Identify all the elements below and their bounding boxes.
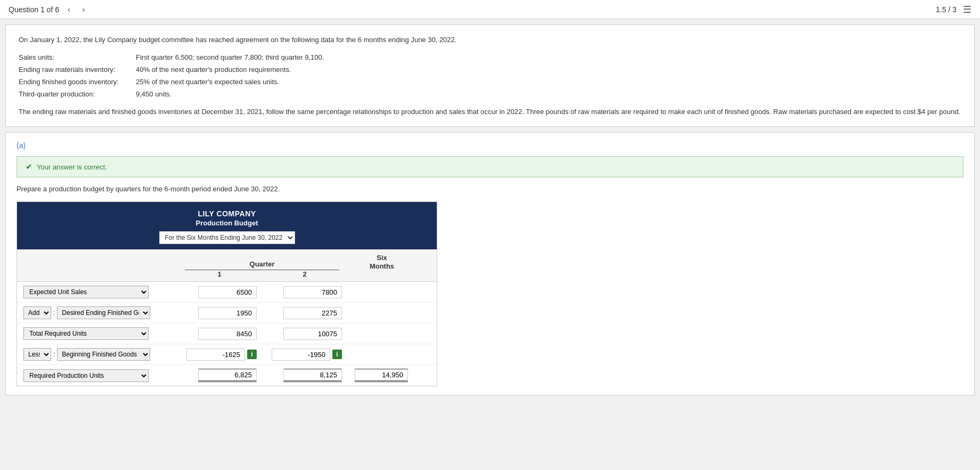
top-bar: Question 1 of 6 ‹ › 1.5 / 3 ☰ bbox=[0, 0, 980, 19]
prev-button[interactable]: ‹ bbox=[64, 4, 74, 15]
top-bar-right: 1.5 / 3 ☰ bbox=[936, 4, 971, 15]
correct-banner: ✔ Your answer is correct. bbox=[17, 156, 963, 177]
field-label: Third-quarter production: bbox=[19, 88, 136, 100]
field-value: 25% of the next quarter's expected sales… bbox=[136, 76, 332, 88]
table-row: Add : Desired Ending Finished Goods Unit… bbox=[17, 303, 437, 323]
row-label-select[interactable]: Total Required Units bbox=[23, 327, 149, 340]
col2-header: 2 bbox=[262, 270, 347, 278]
correct-message: Your answer is correct. bbox=[37, 163, 107, 171]
value-input-q1[interactable] bbox=[186, 349, 245, 361]
table-row: Total Required Units bbox=[17, 323, 437, 344]
next-button[interactable]: › bbox=[79, 4, 88, 15]
row-label-select[interactable]: Required Production Units bbox=[23, 369, 149, 382]
prefix-select[interactable]: Add bbox=[23, 306, 51, 319]
col1-header: 1 bbox=[177, 270, 262, 278]
problem-note: The ending raw materials and finished go… bbox=[19, 108, 961, 116]
score-label: 1.5 / 3 bbox=[936, 5, 957, 14]
top-bar-left: Question 1 of 6 ‹ › bbox=[9, 4, 88, 15]
value-input-q1[interactable] bbox=[198, 286, 257, 298]
six-months-top: Six bbox=[347, 254, 416, 262]
problem-box: On January 1, 2022, the Lily Company bud… bbox=[5, 25, 975, 127]
menu-icon[interactable]: ☰ bbox=[963, 4, 971, 15]
problem-table: Sales units:First quarter 6,500; second … bbox=[19, 51, 961, 100]
company-name: LILY COMPANY bbox=[22, 209, 431, 218]
info-button-q2[interactable]: i bbox=[332, 350, 342, 359]
field-value: 40% of the next quarter's production req… bbox=[136, 63, 332, 76]
prep-text: Prepare a production budget by quarters … bbox=[17, 185, 963, 193]
row-label-select[interactable]: Expected Unit Sales bbox=[23, 286, 149, 298]
part-a-box: (a) ✔ Your answer is correct. Prepare a … bbox=[5, 132, 975, 395]
problem-field-row: Sales units:First quarter 6,500; second … bbox=[19, 51, 332, 63]
field-value: First quarter 6,500; second quarter 7,80… bbox=[136, 51, 332, 63]
value-input-q1[interactable] bbox=[198, 369, 257, 382]
problem-intro: On January 1, 2022, the Lily Company bud… bbox=[19, 36, 961, 44]
part-label: (a) bbox=[17, 141, 963, 150]
value-input-q2[interactable] bbox=[272, 349, 330, 361]
problem-field-row: Third-quarter production:9,450 units. bbox=[19, 88, 332, 100]
budget-title: Production Budget bbox=[22, 219, 431, 227]
months-bottom: Months bbox=[347, 262, 416, 271]
table-row: Expected Unit Sales bbox=[17, 282, 437, 303]
field-label: Ending raw materials inventory: bbox=[19, 63, 136, 76]
budget-header: LILY COMPANY Production Budget For the S… bbox=[17, 202, 437, 249]
field-value: 9,450 units. bbox=[136, 88, 332, 100]
value-input-q2[interactable] bbox=[283, 328, 342, 340]
budget-rows: Expected Unit Sales Add : Desired Ending… bbox=[17, 282, 437, 386]
period-select-container[interactable]: For the Six Months Ending June 30, 2022 bbox=[159, 231, 295, 244]
value-input-q2[interactable] bbox=[283, 369, 342, 382]
value-input-q1[interactable] bbox=[198, 307, 257, 319]
table-row: Less : Beginning Finished Goods Units i … bbox=[17, 344, 437, 365]
check-icon: ✔ bbox=[26, 162, 32, 172]
label-select[interactable]: Beginning Finished Goods Units bbox=[57, 348, 150, 361]
period-dropdown[interactable]: For the Six Months Ending June 30, 2022 bbox=[159, 231, 295, 244]
problem-field-row: Ending finished goods inventory:25% of t… bbox=[19, 76, 332, 88]
question-label: Question 1 of 6 bbox=[9, 5, 59, 14]
value-input-q1[interactable] bbox=[198, 328, 257, 340]
value-input-q2[interactable] bbox=[283, 286, 342, 298]
value-input-six[interactable] bbox=[355, 369, 408, 382]
info-button-q1[interactable]: i bbox=[247, 350, 257, 359]
field-label: Ending finished goods inventory: bbox=[19, 76, 136, 88]
value-input-q2[interactable] bbox=[283, 307, 342, 319]
budget-container: LILY COMPANY Production Budget For the S… bbox=[17, 201, 437, 386]
prefix-select[interactable]: Less bbox=[23, 348, 51, 361]
label-select[interactable]: Desired Ending Finished Goods Units bbox=[57, 306, 150, 319]
field-label: Sales units: bbox=[19, 51, 136, 63]
quarter-header-label: Quarter bbox=[185, 260, 339, 270]
table-row: Required Production Units bbox=[17, 365, 437, 386]
problem-field-row: Ending raw materials inventory:40% of th… bbox=[19, 63, 332, 76]
